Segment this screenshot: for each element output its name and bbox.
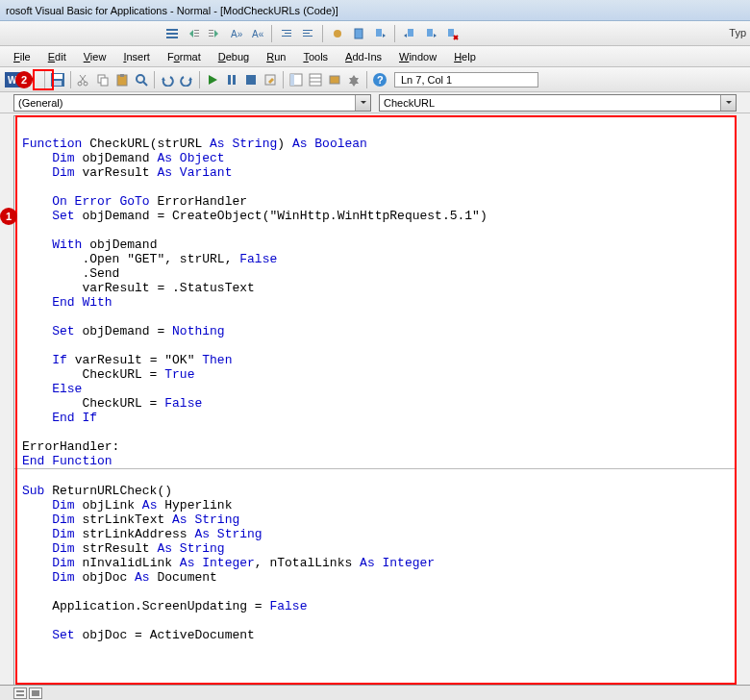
svg-rect-5	[194, 36, 199, 37]
svg-text:A»: A»	[231, 29, 242, 39]
cursor-position: Ln 7, Col 1	[394, 72, 538, 88]
toolbar-edit: A» A« Typ	[0, 21, 750, 46]
menu-edit[interactable]: Edit	[40, 49, 74, 64]
svg-line-39	[143, 82, 147, 86]
svg-rect-28	[53, 74, 62, 79]
svg-point-38	[137, 75, 144, 83]
svg-rect-29	[54, 81, 62, 86]
indent-left-icon[interactable]	[185, 25, 202, 42]
dropdown-row: (General) CheckURL	[0, 92, 750, 113]
svg-rect-22	[448, 29, 454, 37]
svg-rect-6	[209, 30, 213, 31]
bookmark-toggle-icon[interactable]	[350, 25, 367, 42]
svg-rect-35	[101, 78, 108, 86]
svg-rect-42	[246, 75, 256, 85]
chevron-down-icon[interactable]	[355, 95, 370, 111]
save-icon[interactable]	[49, 71, 66, 88]
menu-insert[interactable]: Insert	[115, 49, 158, 64]
menu-tools[interactable]: Tools	[295, 49, 336, 64]
bookmark-next-icon[interactable]	[371, 25, 388, 42]
svg-rect-15	[303, 33, 310, 34]
cut-icon[interactable]	[75, 71, 92, 88]
svg-rect-37	[120, 74, 124, 77]
menu-addins[interactable]: Add-Ins	[338, 49, 389, 64]
svg-rect-19	[376, 29, 382, 37]
copy-icon[interactable]	[94, 71, 112, 88]
toolbar-main: W ? Ln 7, Col 1	[0, 67, 750, 92]
svg-rect-0	[166, 29, 178, 31]
paste-icon[interactable]	[113, 71, 131, 88]
svg-rect-13	[282, 36, 291, 37]
svg-rect-45	[290, 74, 294, 86]
svg-rect-18	[355, 29, 362, 38]
svg-text:A«: A«	[252, 29, 263, 39]
menu-view[interactable]: View	[76, 49, 114, 64]
help-icon[interactable]: ?	[371, 71, 388, 88]
svg-rect-7	[209, 33, 213, 34]
list-icon[interactable]	[163, 25, 181, 42]
indent-right-icon[interactable]	[206, 25, 223, 42]
svg-point-17	[334, 30, 341, 38]
svg-rect-3	[194, 30, 199, 31]
menu-format[interactable]: Format	[160, 49, 209, 64]
stop-icon[interactable]	[242, 71, 260, 88]
svg-rect-16	[303, 36, 312, 37]
menu-window[interactable]: Window	[391, 49, 444, 64]
svg-rect-11	[282, 30, 291, 31]
menu-run[interactable]: Run	[259, 49, 293, 64]
redo-icon[interactable]	[178, 71, 195, 88]
svg-rect-20	[408, 29, 413, 37]
breakpoint-icon[interactable]	[329, 25, 346, 42]
project-explorer-icon[interactable]	[288, 71, 305, 88]
bookmark-next2-icon[interactable]	[422, 25, 439, 42]
svg-rect-4	[194, 33, 199, 34]
menu-debug[interactable]: Debug	[211, 49, 257, 64]
object-browser-icon[interactable]	[326, 71, 343, 88]
procedure-dropdown[interactable]: CheckURL	[379, 94, 737, 112]
toolbox-icon[interactable]	[345, 71, 362, 88]
svg-rect-49	[330, 76, 339, 84]
menu-file[interactable]: File	[6, 49, 38, 64]
procedure-dropdown-value: CheckURL	[384, 97, 435, 109]
undo-icon[interactable]	[159, 71, 176, 88]
procedure-view-icon[interactable]	[13, 688, 27, 699]
run-icon[interactable]	[204, 71, 221, 88]
chevron-down-icon[interactable]	[720, 95, 736, 111]
full-module-view-icon[interactable]	[29, 688, 42, 699]
outdent-icon[interactable]	[278, 25, 295, 42]
menubar: File Edit View Insert Format Debug Run T…	[0, 46, 750, 67]
callout-2: 2	[15, 71, 33, 88]
properties-icon[interactable]	[307, 71, 324, 88]
pause-icon[interactable]	[223, 71, 240, 88]
svg-rect-46	[310, 74, 321, 86]
svg-rect-52	[16, 690, 24, 692]
code-text[interactable]: Function CheckURL(strURL As String) As B…	[14, 116, 736, 648]
menu-help[interactable]: Help	[446, 49, 484, 64]
view-tabs	[0, 685, 750, 700]
comment-icon[interactable]: A»	[227, 25, 244, 42]
svg-rect-1	[166, 33, 178, 35]
code-pane[interactable]: Function CheckURL(strURL As String) As B…	[13, 115, 737, 687]
svg-rect-12	[285, 33, 291, 34]
find-icon[interactable]	[133, 71, 150, 88]
callout-1: 1	[0, 208, 17, 225]
uncomment-icon[interactable]: A«	[248, 25, 265, 42]
typ-label: Typ	[729, 27, 746, 38]
bookmark-prev-icon[interactable]	[401, 25, 418, 42]
bookmark-clear-icon[interactable]	[443, 25, 461, 42]
svg-rect-21	[427, 29, 433, 37]
object-dropdown-value: (General)	[18, 97, 62, 109]
indent-icon[interactable]	[299, 25, 316, 42]
design-mode-icon[interactable]	[262, 71, 279, 88]
object-dropdown[interactable]: (General)	[13, 94, 371, 112]
svg-rect-14	[303, 30, 312, 31]
svg-text:?: ?	[377, 74, 384, 86]
window-title: rosoft Visual Basic for Applications - N…	[0, 0, 750, 21]
svg-rect-41	[233, 75, 236, 85]
svg-rect-40	[228, 75, 231, 85]
svg-rect-2	[166, 37, 178, 38]
svg-rect-54	[32, 690, 39, 696]
svg-rect-8	[209, 36, 213, 37]
svg-rect-53	[16, 694, 24, 696]
